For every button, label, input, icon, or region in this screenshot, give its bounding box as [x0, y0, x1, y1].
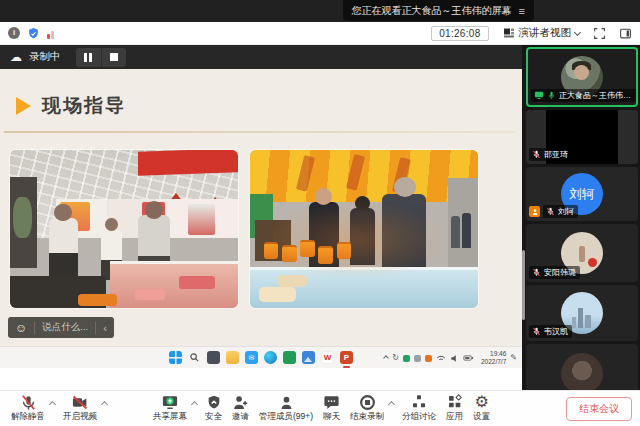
cloud-icon: ☁	[10, 51, 22, 63]
system-tray: ↻ 19:46 2022/7/7	[384, 347, 517, 369]
camera-off-icon	[71, 394, 89, 410]
shared-screen: ☁ 录制中 现场指导	[0, 45, 522, 390]
start-video-button[interactable]: 开启视频	[58, 394, 102, 423]
end-meeting-button[interactable]: 结束会议	[566, 397, 632, 421]
banner-menu-icon[interactable]: ≡	[519, 5, 525, 17]
taskview-icon	[207, 351, 220, 364]
mic-muted-icon	[20, 394, 37, 410]
file-explorer-icon	[226, 351, 239, 364]
chat-bubble-icon	[323, 394, 340, 410]
info-icon[interactable]: i	[8, 27, 20, 39]
mail-icon: ✉	[245, 351, 258, 364]
invite-person-icon	[232, 394, 249, 410]
participant-tile[interactable]: 刘轲 刘轲	[526, 167, 638, 221]
apps-button[interactable]: 应用	[441, 394, 468, 423]
participant-tile-active-speaker[interactable]: 正大食品～王伟伟的...	[526, 47, 638, 107]
shared-desktop-taskbar: ✉ W P ↻	[0, 346, 522, 368]
participant-tile[interactable]: 韦汉凯	[526, 285, 638, 341]
battery-icon	[463, 354, 474, 362]
wifi-icon	[436, 354, 446, 363]
mute-options-caret[interactable]	[49, 401, 56, 408]
sidebar-scrollbar[interactable]	[522, 250, 525, 320]
chat-button[interactable]: 聊天	[318, 394, 345, 423]
watching-banner-text: 您正在观看正大食品～王伟伟的屏幕	[352, 4, 512, 18]
record-options-caret[interactable]	[388, 401, 395, 408]
invite-button[interactable]: 邀请	[227, 394, 254, 423]
stop-recording-button[interactable]	[101, 48, 126, 67]
top-banner-bar: 您正在观看正大食品～王伟伟的屏幕 ≡	[0, 0, 640, 22]
video-options-caret[interactable]	[101, 401, 108, 408]
meeting-window: 您正在观看正大食品～王伟伟的屏幕 ≡ i 01:26:08 演讲者视图	[0, 0, 640, 426]
participant-name: 韦汉凯	[544, 326, 568, 337]
layout-icon	[503, 27, 515, 39]
emoji-icon[interactable]: ☺	[15, 321, 27, 335]
participant-tile[interactable]	[526, 344, 638, 390]
mic-muted-icon	[546, 207, 555, 216]
network-signal-icon[interactable]	[47, 28, 54, 39]
manage-members-button[interactable]: 管理成员(99+)	[254, 394, 318, 423]
title-triangle-icon	[16, 97, 31, 115]
chat-input[interactable]: 说点什么...	[42, 321, 88, 334]
fullscreen-icon[interactable]	[593, 27, 606, 40]
powerpoint-icon: P	[340, 351, 353, 364]
header-strip: i 01:26:08 演讲者视图	[0, 22, 640, 45]
recording-label: 录制中	[29, 50, 61, 64]
green-app-icon	[283, 351, 296, 364]
screen-share-icon	[534, 91, 544, 100]
chevron-down-icon	[574, 28, 581, 35]
host-badge-icon	[529, 206, 540, 217]
participant-tile[interactable]: 邵亚琦	[526, 110, 638, 164]
participants-sidebar: 正大食品～王伟伟的... 邵亚琦 刘轲	[522, 45, 640, 390]
slide-title: 现场指导	[42, 93, 126, 119]
share-bottom-strip	[0, 368, 522, 390]
meeting-timer: 01:26:08	[431, 26, 488, 41]
participant-name: 正大食品～王伟伟的...	[559, 90, 635, 101]
taskbar-clock: 19:46 2022/7/7	[481, 350, 506, 366]
volume-icon	[450, 354, 459, 363]
stop-record-button[interactable]: 结束录制	[345, 394, 389, 423]
wps-icon: W	[321, 351, 334, 364]
participant-name: 刘轲	[558, 206, 574, 217]
presentation-slide: 现场指导	[0, 69, 522, 346]
person-icon	[278, 394, 295, 410]
pause-recording-button[interactable]	[76, 48, 101, 67]
mic-muted-icon	[532, 150, 541, 159]
shield-icon[interactable]	[27, 27, 40, 40]
share-screen-button[interactable]: 共享屏幕	[148, 394, 192, 423]
view-mode-button[interactable]: 演讲者视图	[503, 26, 581, 40]
photos-app-icon	[302, 351, 315, 364]
taskbar-time: 19:46	[490, 350, 506, 357]
mic-muted-icon	[532, 268, 541, 277]
gear-icon: ⚙	[474, 394, 488, 410]
participant-name: 安阳韩璐	[544, 267, 576, 278]
recording-bar: ☁ 录制中	[0, 45, 522, 69]
windows-start-icon	[169, 351, 182, 364]
tray-mic-icon	[414, 355, 421, 362]
breakout-rooms-icon	[411, 394, 427, 410]
tray-expand-icon	[383, 355, 389, 361]
breakout-rooms-button[interactable]: 分组讨论	[397, 394, 441, 423]
collapse-chat-icon[interactable]: ‹	[103, 322, 107, 334]
shield-icon	[206, 394, 222, 410]
photo-meat-shop	[10, 150, 238, 308]
share-options-caret[interactable]	[191, 401, 198, 408]
edge-browser-icon	[264, 351, 277, 364]
apps-grid-icon	[447, 394, 463, 410]
settings-button[interactable]: ⚙ 设置	[468, 394, 495, 423]
view-mode-label: 演讲者视图	[519, 26, 572, 40]
mic-muted-icon	[532, 327, 541, 336]
participant-tile[interactable]: 安阳韩璐	[526, 224, 638, 282]
unmute-button[interactable]: 解除静音	[6, 394, 50, 423]
share-screen-icon	[161, 394, 179, 410]
watching-banner: 您正在观看正大食品～王伟伟的屏幕 ≡	[343, 0, 534, 21]
chat-input-pill[interactable]: ☺ 说点什么... ‹	[8, 317, 114, 338]
participant-name: 邵亚琦	[544, 149, 568, 160]
side-panel-icon[interactable]	[619, 27, 632, 40]
avatar	[561, 353, 603, 390]
security-button[interactable]: 安全	[200, 394, 227, 423]
photo-market-stall	[250, 150, 478, 308]
search-icon	[188, 351, 201, 364]
main-area: ☁ 录制中 现场指导	[0, 45, 640, 390]
tray-wps-cloud-icon	[425, 355, 432, 362]
title-underline	[4, 131, 516, 133]
